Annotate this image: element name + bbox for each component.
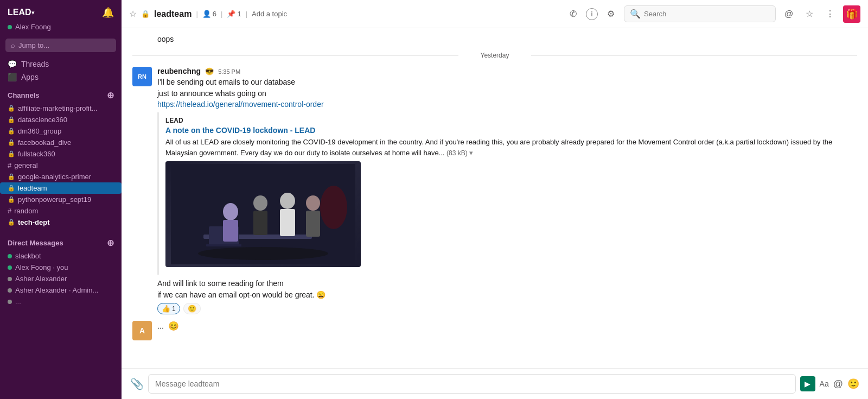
date-divider: Yesterday — [132, 52, 857, 59]
channel-item-pythonpowerup[interactable]: 🔒 pythonpowerup_sept19 — [0, 194, 122, 205]
channel-item-leadteam[interactable]: 🔒 leadteam — [0, 182, 122, 194]
svg-point-13 — [198, 247, 328, 260]
message-text: if we can have an email opt-on would be … — [157, 289, 857, 301]
at-icon[interactable]: @ — [781, 7, 796, 22]
channel-item-facebookad[interactable]: 🔒 facebookad_dive — [0, 137, 122, 148]
lock-icon: 🔒 — [8, 139, 15, 146]
message-right-icons: ▶ Aa @ 🙂 — [800, 376, 859, 391]
dm-label: Direct Messages — [8, 239, 63, 247]
dm-name: slackbot — [15, 252, 41, 260]
online-dot — [8, 265, 12, 270]
phone-icon[interactable]: ✆ — [565, 7, 580, 22]
channel-name: pythonpowerup_sept19 — [18, 195, 91, 204]
dm-item-asher1[interactable]: Asher Alexander — [0, 273, 122, 284]
add-channel-icon[interactable]: ⊕ — [107, 90, 114, 100]
channel-name: affiliate-marketing-profit... — [18, 104, 97, 112]
dm-item-others[interactable]: ... — [0, 296, 122, 307]
preview-source: LEAD — [165, 117, 851, 124]
threads-icon: 💬 — [8, 60, 17, 68]
members-icon: 👤 — [202, 10, 211, 18]
svg-point-12 — [320, 186, 347, 229]
dm-name: Alex Foong · you — [15, 263, 68, 271]
date-label: Yesterday — [481, 52, 509, 59]
preview-expand[interactable]: (83 kB) — [446, 149, 468, 157]
info-icon[interactable]: i — [586, 8, 598, 20]
lock-icon: 🔒 — [8, 173, 15, 180]
jump-to-button[interactable]: ⌕ Jump to... — [5, 39, 116, 52]
expand-arrow[interactable]: ▾ — [469, 149, 473, 157]
channel-name: datascience360 — [18, 116, 67, 124]
gift-button[interactable]: 🎁 — [843, 5, 860, 23]
author-emoji: 😎 — [205, 67, 214, 75]
offline-dot — [8, 288, 12, 293]
search-input[interactable] — [644, 10, 770, 18]
channel-name: random — [14, 207, 38, 215]
preview-title[interactable]: A note on the COVID-19 lockdown - LEAD — [165, 126, 851, 135]
channel-name: fullstack360 — [18, 150, 55, 158]
send-button[interactable]: ▶ — [800, 376, 815, 391]
svg-point-4 — [223, 203, 238, 220]
add-topic-button[interactable]: Add a topic — [252, 10, 287, 18]
attach-icon[interactable]: 📎 — [130, 377, 144, 390]
message-header: reubenchng 😎 5:35 PM — [157, 67, 857, 75]
dm-item-alexfoong[interactable]: Alex Foong · you — [0, 262, 122, 273]
svg-rect-7 — [253, 211, 267, 235]
message-input[interactable] — [148, 374, 796, 394]
channel-lock-icon: 🔒 — [141, 10, 150, 18]
channel-name: tech-dept — [18, 218, 50, 226]
settings-icon[interactable]: ⚙ — [603, 7, 618, 22]
channel-item-fullstack[interactable]: 🔒 fullstack360 — [0, 148, 122, 160]
channel-name: dm360_group — [18, 127, 61, 135]
bookmark-icon[interactable]: ☆ — [802, 7, 817, 22]
message-time: 5:35 PM — [218, 68, 240, 75]
continuation-text: oops — [157, 35, 174, 43]
svg-point-6 — [253, 195, 267, 211]
members-count[interactable]: 👤 6 — [202, 10, 216, 18]
notification-bell-icon[interactable]: 🔔 — [102, 7, 114, 18]
team-photo — [165, 161, 361, 267]
channel-item-affiliate[interactable]: 🔒 affiliate-marketing-profit... — [0, 103, 122, 114]
channel-item-datascience[interactable]: 🔒 datascience360 — [0, 114, 122, 125]
channel-item-google[interactable]: 🔒 google-analytics-primer — [0, 171, 122, 182]
message-text: I'll be sending out emails to our databa… — [157, 77, 857, 88]
search-icon: 🔍 — [630, 9, 641, 19]
channel-title-area: ☆ 🔒 leadteam | 👤 6 | 📌 1 | Add a topic — [129, 9, 565, 19]
message-header-2: ... 😊 — [157, 321, 857, 331]
svg-rect-11 — [306, 211, 320, 237]
channel-item-random[interactable]: # random — [0, 205, 122, 217]
online-dot — [8, 254, 12, 258]
lock-icon: 🔒 — [8, 219, 15, 226]
channel-item-general[interactable]: # general — [0, 160, 122, 171]
lock-icon: 🔒 — [8, 128, 15, 135]
thumbs-up-reaction[interactable]: 👍 1 — [157, 303, 180, 314]
workspace-dropdown-icon[interactable]: ▾ — [31, 9, 35, 16]
channel-item-dm360[interactable]: 🔒 dm360_group — [0, 125, 122, 137]
dm-section-header: Direct Messages ⊕ — [0, 231, 122, 250]
dm-item-slackbot[interactable]: slackbot — [0, 250, 122, 262]
svg-point-8 — [280, 193, 295, 209]
hash-icon: # — [8, 207, 11, 215]
pins-count[interactable]: 📌 1 — [227, 10, 241, 18]
add-dm-icon[interactable]: ⊕ — [107, 238, 114, 248]
channel-item-techdept[interactable]: 🔒 tech-dept — [0, 217, 122, 228]
workspace-name[interactable]: LEAD — [8, 8, 31, 17]
preview-body-text: All of us at LEAD are closely monitoring… — [165, 138, 832, 157]
svg-rect-5 — [223, 220, 238, 242]
dm-item-asher2[interactable]: Asher Alexander · Admin... — [0, 284, 122, 296]
user-status: Alex Foong — [0, 22, 122, 36]
channel-name: leadteam — [18, 184, 47, 192]
sidebar-item-apps[interactable]: ⬛ Apps — [0, 71, 122, 84]
channels-section-header: Channels ⊕ — [0, 84, 122, 103]
sidebar-item-threads[interactable]: 💬 Threads — [0, 58, 122, 71]
search-bar[interactable]: 🔍 — [624, 5, 776, 22]
emoji-icon[interactable]: 🙂 — [847, 378, 859, 390]
more-icon[interactable]: ⋮ — [822, 7, 838, 22]
channel-name: general — [14, 161, 37, 169]
format-text-icon[interactable]: Aa — [820, 379, 829, 388]
at-mention-icon[interactable]: @ — [833, 378, 843, 390]
add-reaction-button[interactable]: 🙂 — [183, 303, 201, 314]
main-panel: ☆ 🔒 leadteam | 👤 6 | 📌 1 | Add a topic ✆ — [122, 0, 868, 399]
username[interactable]: Alex Foong — [15, 23, 51, 31]
message-link[interactable]: https://thelead.io/general/movement-cont… — [157, 100, 324, 109]
star-icon[interactable]: ☆ — [129, 9, 137, 19]
